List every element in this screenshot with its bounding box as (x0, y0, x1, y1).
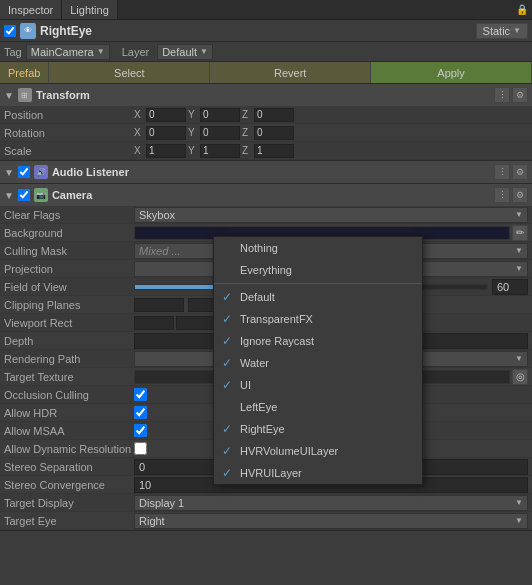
rotation-label: Rotation (4, 127, 134, 139)
lighting-tab-label: Lighting (70, 4, 109, 16)
transform-arrow: ▼ (4, 90, 14, 101)
viewport-y[interactable] (176, 316, 216, 330)
target-texture-select-button[interactable]: ◎ (512, 369, 528, 385)
stereo-convergence-label: Stereo Convergence (4, 479, 134, 491)
target-display-dropdown[interactable]: Display 1 ▼ (134, 495, 528, 511)
position-z[interactable] (254, 108, 294, 122)
dropdown-item-everything[interactable]: Everything (214, 259, 422, 281)
transform-menu-button[interactable]: ⋮ (494, 87, 510, 103)
audio-listener-component: ▼ 🔊 Audio Listener ⋮ ⚙ (0, 161, 532, 184)
lock-icon[interactable]: 🔒 (516, 4, 528, 15)
clear-flags-label: Clear Flags (4, 209, 134, 221)
prefab-row: Prefab Select Revert Apply (0, 62, 532, 84)
allow-hdr-checkbox[interactable] (134, 406, 147, 419)
occlusion-culling-checkbox[interactable] (134, 388, 147, 401)
scale-y[interactable] (200, 144, 240, 158)
static-button[interactable]: Static ▼ (476, 23, 528, 39)
position-x[interactable] (146, 108, 186, 122)
target-eye-value: Right (139, 515, 165, 527)
tag-layer-row: Tag MainCamera ▼ Layer Default ▼ (0, 42, 532, 62)
transform-settings-button[interactable]: ⚙ (512, 87, 528, 103)
rotation-y[interactable] (200, 126, 240, 140)
layer-label: Layer (122, 46, 150, 58)
rotation-row: Rotation X Y Z (0, 124, 532, 142)
dropdown-item-ignore-raycast[interactable]: ✓ Ignore Raycast (214, 330, 422, 352)
viewport-label: Viewport Rect (4, 317, 134, 329)
clear-flags-dropdown[interactable]: Skybox ▼ (134, 207, 528, 223)
camera-arrow: ▼ (4, 190, 14, 201)
audio-arrow: ▼ (4, 167, 14, 178)
camera-settings-button[interactable]: ⚙ (512, 187, 528, 203)
rendering-path-label: Rendering Path (4, 353, 134, 365)
object-active-checkbox[interactable] (4, 25, 16, 37)
target-eye-dropdown[interactable]: Right ▼ (134, 513, 528, 529)
dropdown-item-hvrvolume[interactable]: ✓ HVRVolumeUILayer (214, 440, 422, 462)
occlusion-culling-label: Occlusion Culling (4, 389, 134, 401)
clear-flags-row: Clear Flags Skybox ▼ (0, 206, 532, 224)
camera-icon: 📷 (34, 188, 48, 202)
rotation-fields: X Y Z (134, 126, 528, 140)
dropdown-item-nothing-label: Nothing (240, 242, 278, 254)
target-eye-row: Target Eye Right ▼ (0, 512, 532, 530)
rotation-x[interactable] (146, 126, 186, 140)
dropdown-item-lefteye[interactable]: LeftEye (214, 396, 422, 418)
layer-arrow: ▼ (200, 47, 208, 56)
dropdown-item-ignore-raycast-label: Ignore Raycast (240, 335, 314, 347)
position-fields: X Y Z (134, 108, 528, 122)
layer-dropdown[interactable]: Default ▼ (157, 44, 213, 60)
tag-label: Tag (4, 46, 22, 58)
layer-value: Default (162, 46, 197, 58)
prefab-revert-button[interactable]: Revert (210, 62, 371, 83)
stereo-separation-label: Stereo Separation (4, 461, 134, 473)
audio-listener-icon: 🔊 (34, 165, 48, 179)
dropdown-item-default[interactable]: ✓ Default (214, 286, 422, 308)
audio-listener-header[interactable]: ▼ 🔊 Audio Listener ⋮ ⚙ (0, 161, 532, 183)
position-y[interactable] (200, 108, 240, 122)
dropdown-item-righteye-label: RightEye (240, 423, 285, 435)
viewport-x[interactable] (134, 316, 174, 330)
allow-dynamic-checkbox[interactable] (134, 442, 147, 455)
dropdown-item-hvrui[interactable]: ✓ HVRUILayer (214, 462, 422, 484)
camera-header[interactable]: ▼ 📷 Camera ⋮ ⚙ (0, 184, 532, 206)
culling-mask-overlay: Nothing Everything ✓ Default ✓ Transpare… (213, 236, 423, 485)
dropdown-item-nothing[interactable]: Nothing (214, 237, 422, 259)
dropdown-item-water[interactable]: ✓ Water (214, 352, 422, 374)
audio-menu-button[interactable]: ⋮ (494, 164, 510, 180)
dropdown-item-ui-label: UI (240, 379, 251, 391)
prefab-label: Prefab (0, 62, 49, 83)
dropdown-item-transparentfx[interactable]: ✓ TransparentFX (214, 308, 422, 330)
dropdown-item-righteye[interactable]: ✓ RightEye (214, 418, 422, 440)
transform-header[interactable]: ▼ ⊞ Transform ⋮ ⚙ (0, 84, 532, 106)
rotation-z[interactable] (254, 126, 294, 140)
tab-lighting[interactable]: Lighting (62, 0, 118, 19)
dropdown-item-hvrui-label: HVRUILayer (240, 467, 302, 479)
scale-label: Scale (4, 145, 134, 157)
camera-menu-button[interactable]: ⋮ (494, 187, 510, 203)
prefab-select-button[interactable]: Select (49, 62, 210, 83)
scale-fields: X Y Z (134, 144, 528, 158)
dropdown-item-hvrvolume-label: HVRVolumeUILayer (240, 445, 338, 457)
allow-msaa-label: Allow MSAA (4, 425, 134, 437)
audio-listener-checkbox[interactable] (18, 166, 30, 178)
scale-x[interactable] (146, 144, 186, 158)
prefab-apply-button[interactable]: Apply (371, 62, 532, 83)
camera-checkbox[interactable] (18, 189, 30, 201)
fov-label: Field of View (4, 281, 134, 293)
dropdown-item-lefteye-label: LeftEye (240, 401, 277, 413)
scale-z[interactable] (254, 144, 294, 158)
camera-title: Camera (52, 189, 490, 201)
transform-icon: ⊞ (18, 88, 32, 102)
fov-input[interactable] (492, 279, 528, 295)
projection-label: Projection (4, 263, 134, 275)
background-edit-button[interactable]: ✏ (512, 225, 528, 241)
dropdown-item-everything-label: Everything (240, 264, 292, 276)
audio-settings-button[interactable]: ⚙ (512, 164, 528, 180)
clipping-near[interactable] (134, 298, 184, 312)
tag-dropdown[interactable]: MainCamera ▼ (26, 44, 110, 60)
object-header: 👁 RightEye Static ▼ (0, 20, 532, 42)
allow-msaa-checkbox[interactable] (134, 424, 147, 437)
position-row: Position X Y Z (0, 106, 532, 124)
dropdown-item-ui[interactable]: ✓ UI (214, 374, 422, 396)
transform-component: ▼ ⊞ Transform ⋮ ⚙ Position X Y Z Rotatio… (0, 84, 532, 161)
tab-inspector[interactable]: Inspector (0, 0, 62, 19)
